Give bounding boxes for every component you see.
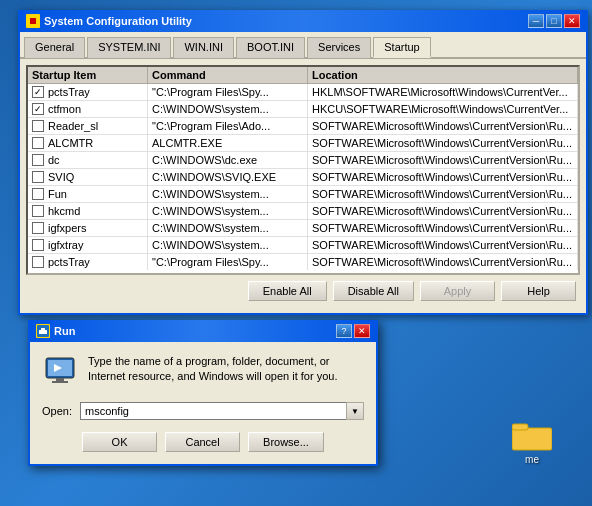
run-input-wrapper: ▼ <box>80 402 364 420</box>
run-cancel-btn[interactable]: Cancel <box>165 432 240 452</box>
startup-item-name: SVIQ <box>48 171 74 183</box>
startup-location-cell: HKLM\SOFTWARE\Microsoft\Windows\CurrentV… <box>308 84 578 100</box>
startup-checkbox[interactable] <box>32 103 44 115</box>
run-ok-btn[interactable]: OK <box>82 432 157 452</box>
startup-checkbox[interactable] <box>32 239 44 251</box>
startup-item-name: pctsTray <box>48 86 90 98</box>
run-close-btn[interactable]: ✕ <box>354 324 370 338</box>
startup-location-cell: SOFTWARE\Microsoft\Windows\CurrentVersio… <box>308 203 578 219</box>
startup-item-name: Reader_sl <box>48 120 98 132</box>
run-help-icon-btn[interactable]: ? <box>336 324 352 338</box>
startup-command-cell: ALCMTR.EXE <box>148 135 308 151</box>
startup-command-cell: C:\WINDOWS\system... <box>148 237 308 253</box>
startup-command-cell: C:\WINDOWS\system... <box>148 220 308 236</box>
svg-rect-10 <box>512 428 552 450</box>
desktop: System Configuration Utility ─ □ ✕ Gener… <box>0 0 592 506</box>
startup-location-cell: SOFTWARE\Microsoft\Windows\CurrentVersio… <box>308 237 578 253</box>
help-btn[interactable]: Help <box>501 281 576 301</box>
startup-location-cell: SOFTWARE\Microsoft\Windows\CurrentVersio… <box>308 118 578 134</box>
startup-location-cell: SOFTWARE\Microsoft\Windows\CurrentVersio… <box>308 254 578 270</box>
col-header-location: Location <box>308 67 578 83</box>
run-input[interactable] <box>80 402 364 420</box>
startup-item-cell: igfxtray <box>28 237 148 253</box>
table-row: igfxtrayC:\WINDOWS\system...SOFTWARE\Mic… <box>28 237 578 254</box>
tab-bootini[interactable]: BOOT.INI <box>236 37 305 58</box>
sysconfig-title-text: System Configuration Utility <box>44 15 192 27</box>
startup-location-cell: SOFTWARE\Microsoft\Windows\CurrentVersio… <box>308 152 578 168</box>
startup-checkbox[interactable] <box>32 86 44 98</box>
startup-item-cell: SVIQ <box>28 169 148 185</box>
run-title-text: Run <box>54 325 75 337</box>
table-row: pctsTray"C:\Program Files\Spy...SOFTWARE… <box>28 254 578 270</box>
startup-command-cell: C:\WINDOWS\system... <box>148 101 308 117</box>
startup-checkbox[interactable] <box>32 256 44 268</box>
startup-checkbox[interactable] <box>32 120 44 132</box>
run-window-icon <box>36 324 50 338</box>
startup-item-name: ALCMTR <box>48 137 93 149</box>
startup-checkbox[interactable] <box>32 154 44 166</box>
startup-checkbox[interactable] <box>32 222 44 234</box>
startup-command-cell: C:\WINDOWS\SVIQ.EXE <box>148 169 308 185</box>
startup-item-name: ctfmon <box>48 103 81 115</box>
run-dropdown-btn[interactable]: ▼ <box>346 402 364 420</box>
startup-item-name: dc <box>48 154 60 166</box>
run-top-section: Type the name of a program, folder, docu… <box>42 354 364 390</box>
startup-item-cell: ctfmon <box>28 101 148 117</box>
svg-rect-9 <box>52 381 68 383</box>
run-title-bar: Run ? ✕ <box>30 320 376 342</box>
run-description: Type the name of a program, folder, docu… <box>88 354 337 385</box>
tab-winini[interactable]: WIN.INI <box>173 37 234 58</box>
sysconfig-window: System Configuration Utility ─ □ ✕ Gener… <box>18 10 588 315</box>
startup-command-cell: "C:\Program Files\Ado... <box>148 118 308 134</box>
startup-location-cell: SOFTWARE\Microsoft\Windows\CurrentVersio… <box>308 186 578 202</box>
enable-all-btn[interactable]: Enable All <box>248 281 327 301</box>
desktop-folder-icon[interactable]: me <box>502 420 562 465</box>
startup-item-name: Fun <box>48 188 67 200</box>
apply-btn[interactable]: Apply <box>420 281 495 301</box>
table-row: dcC:\WINDOWS\dc.exeSOFTWARE\Microsoft\Wi… <box>28 152 578 169</box>
startup-checkbox[interactable] <box>32 188 44 200</box>
startup-checkbox[interactable] <box>32 205 44 217</box>
startup-checkbox[interactable] <box>32 171 44 183</box>
tab-general[interactable]: General <box>24 37 85 58</box>
run-open-label: Open: <box>42 405 72 417</box>
run-app-icon <box>42 354 78 390</box>
run-dialog: Run ? ✕ <box>28 320 378 466</box>
sysconfig-title-bar: System Configuration Utility ─ □ ✕ <box>20 10 586 32</box>
col-header-command: Command <box>148 67 308 83</box>
startup-command-cell: "C:\Program Files\Spy... <box>148 84 308 100</box>
table-row: igfxpersC:\WINDOWS\system...SOFTWARE\Mic… <box>28 220 578 237</box>
startup-table: Startup Item Command Location pctsTray"C… <box>26 65 580 275</box>
startup-checkbox[interactable] <box>32 137 44 149</box>
startup-item-cell: Fun <box>28 186 148 202</box>
tab-services[interactable]: Services <box>307 37 371 58</box>
sysconfig-maximize-btn[interactable]: □ <box>546 14 562 28</box>
startup-item-cell: hkcmd <box>28 203 148 219</box>
run-browse-btn[interactable]: Browse... <box>248 432 324 452</box>
sysconfig-minimize-btn[interactable]: ─ <box>528 14 544 28</box>
tab-systemini[interactable]: SYSTEM.INI <box>87 37 171 58</box>
main-buttons-row: Enable All Disable All Apply Help <box>26 275 580 307</box>
startup-command-cell: "C:\Program Files\Spy... <box>148 254 308 270</box>
startup-item-cell: pctsTray <box>28 254 148 270</box>
table-row: ctfmonC:\WINDOWS\system...HKCU\SOFTWARE\… <box>28 101 578 118</box>
startup-command-cell: C:\WINDOWS\dc.exe <box>148 152 308 168</box>
svg-rect-12 <box>512 424 528 430</box>
startup-item-cell: igfxpers <box>28 220 148 236</box>
run-dialog-buttons: OK Cancel Browse... <box>42 432 364 452</box>
desktop-folder-label: me <box>525 454 539 465</box>
startup-item-cell: dc <box>28 152 148 168</box>
startup-item-name: hkcmd <box>48 205 80 217</box>
table-body: pctsTray"C:\Program Files\Spy...HKLM\SOF… <box>28 84 578 270</box>
sysconfig-close-btn[interactable]: ✕ <box>564 14 580 28</box>
table-row: hkcmdC:\WINDOWS\system...SOFTWARE\Micros… <box>28 203 578 220</box>
tab-startup[interactable]: Startup <box>373 37 430 58</box>
startup-item-name: igfxpers <box>48 222 87 234</box>
table-row: pctsTray"C:\Program Files\Spy...HKLM\SOF… <box>28 84 578 101</box>
disable-all-btn[interactable]: Disable All <box>333 281 414 301</box>
run-open-row: Open: ▼ <box>42 402 364 420</box>
table-row: Reader_sl"C:\Program Files\Ado...SOFTWAR… <box>28 118 578 135</box>
startup-command-cell: C:\WINDOWS\system... <box>148 203 308 219</box>
table-row: SVIQC:\WINDOWS\SVIQ.EXESOFTWARE\Microsof… <box>28 169 578 186</box>
startup-location-cell: SOFTWARE\Microsoft\Windows\CurrentVersio… <box>308 135 578 151</box>
